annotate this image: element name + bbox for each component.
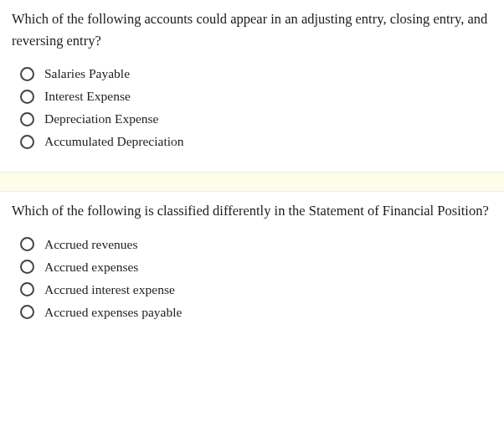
option-accrued-revenues[interactable]: Accrued revenues bbox=[20, 237, 492, 252]
option-depreciation-expense[interactable]: Depreciation Expense bbox=[20, 111, 492, 126]
option-label: Accrued interest expense bbox=[44, 282, 175, 297]
option-salaries-payable[interactable]: Salaries Payable bbox=[20, 66, 492, 81]
option-accumulated-depreciation[interactable]: Accumulated Depreciation bbox=[20, 134, 492, 149]
question-1-prompt: Which of the following accounts could ap… bbox=[12, 8, 492, 51]
question-1-options: Salaries Payable Interest Expense Deprec… bbox=[12, 66, 492, 149]
option-label: Salaries Payable bbox=[44, 66, 130, 81]
option-label: Accrued expenses payable bbox=[44, 305, 182, 320]
option-label: Interest Expense bbox=[44, 89, 131, 104]
radio-icon bbox=[20, 237, 34, 251]
radio-icon bbox=[20, 305, 34, 319]
question-divider bbox=[0, 172, 504, 192]
radio-icon bbox=[20, 67, 34, 81]
radio-icon bbox=[20, 135, 34, 149]
option-label: Accumulated Depreciation bbox=[44, 134, 184, 149]
radio-icon bbox=[20, 260, 34, 274]
question-1: Which of the following accounts could ap… bbox=[0, 0, 504, 172]
question-2-options: Accrued revenues Accrued expenses Accrue… bbox=[12, 237, 492, 320]
radio-icon bbox=[20, 112, 34, 126]
option-label: Depreciation Expense bbox=[44, 111, 158, 126]
question-2-prompt: Which of the following is classified dif… bbox=[12, 200, 492, 222]
option-accrued-interest-expense[interactable]: Accrued interest expense bbox=[20, 282, 492, 297]
question-2: Which of the following is classified dif… bbox=[0, 192, 504, 343]
option-label: Accrued expenses bbox=[44, 260, 138, 275]
option-accrued-expenses-payable[interactable]: Accrued expenses payable bbox=[20, 305, 492, 320]
option-interest-expense[interactable]: Interest Expense bbox=[20, 89, 492, 104]
option-accrued-expenses[interactable]: Accrued expenses bbox=[20, 260, 492, 275]
radio-icon bbox=[20, 282, 34, 296]
option-label: Accrued revenues bbox=[44, 237, 137, 252]
radio-icon bbox=[20, 90, 34, 104]
